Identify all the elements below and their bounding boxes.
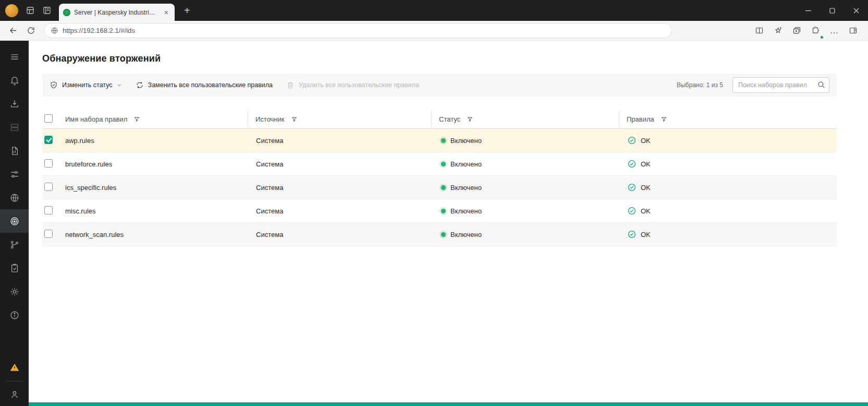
rule-set-source: Система <box>248 207 431 215</box>
sidebar-bottom-corner <box>0 402 29 406</box>
minimize-button[interactable] <box>796 0 820 21</box>
process-branch-icon[interactable] <box>0 233 29 256</box>
extension-status-badge <box>820 35 824 39</box>
row-checkbox[interactable] <box>44 159 53 168</box>
status-text: Включено <box>450 137 482 145</box>
status-enabled-dot <box>441 232 446 237</box>
filter-name-icon[interactable] <box>133 116 140 123</box>
status-text: Включено <box>450 184 482 192</box>
table-row[interactable]: misc.rules Система Включено OK <box>42 199 837 223</box>
app-sidebar <box>0 41 29 405</box>
network-globe-icon[interactable] <box>0 186 29 209</box>
status-enabled-dot <box>441 185 446 190</box>
address-bar[interactable]: https://192.168.2.1/#/ids <box>44 23 672 38</box>
table-row[interactable]: awp.rules Система Включено OK <box>42 129 837 152</box>
status-text: Включено <box>450 207 482 215</box>
extensions-icon[interactable] <box>808 23 823 39</box>
menu-icon[interactable] <box>0 45 29 68</box>
select-all-checkbox[interactable] <box>44 114 53 123</box>
delete-rules-label: Удалить все пользовательские правила <box>299 81 419 89</box>
filter-status-icon[interactable] <box>467 116 473 123</box>
rule-set-source: Система <box>248 184 431 192</box>
maximize-button[interactable] <box>820 0 844 21</box>
favorites-star-icon[interactable] <box>770 23 786 39</box>
replace-refresh-icon <box>136 81 144 89</box>
rule-set-name: ics_specific.rules <box>64 184 248 192</box>
sidebar-toggle-icon[interactable] <box>845 23 861 39</box>
status-shield-icon <box>50 81 58 89</box>
collections-icon[interactable] <box>789 23 804 39</box>
replace-rules-label: Заменить все пользовательские правила <box>148 81 273 89</box>
row-checkbox[interactable] <box>44 183 53 191</box>
replace-rules-button[interactable]: Заменить все пользовательские правила <box>136 81 273 89</box>
refresh-icon[interactable] <box>23 23 39 39</box>
filters-tune-icon[interactable] <box>0 162 29 186</box>
rules-ok-icon <box>627 183 637 192</box>
search-input[interactable] <box>732 77 829 93</box>
rule-set-name: awp.rules <box>64 137 248 145</box>
row-checkbox[interactable] <box>44 206 53 214</box>
back-icon[interactable] <box>5 23 21 39</box>
rules-ok-icon <box>627 206 637 216</box>
search-icon[interactable] <box>817 80 826 89</box>
table-row[interactable]: bruteforce.rules Система Включено OK <box>42 152 837 176</box>
row-checkbox[interactable] <box>44 230 53 238</box>
rule-set-name: network_scan.rules <box>64 231 248 238</box>
change-status-label: Изменить статус <box>62 81 113 89</box>
table-row[interactable]: network_scan.rules Система Включено OK <box>42 223 837 246</box>
change-status-button[interactable]: Изменить статус <box>50 81 122 89</box>
assets-icon[interactable] <box>0 115 29 139</box>
rules-status-text: OK <box>641 231 651 238</box>
settings-gear-icon[interactable] <box>0 280 29 303</box>
header-status: Статус <box>439 115 460 123</box>
close-window-button[interactable] <box>844 0 868 21</box>
rules-ok-icon <box>627 136 637 145</box>
reports-icon[interactable] <box>0 139 29 162</box>
browser-tab[interactable]: Server | Kaspersky Industrial Cybe × <box>59 4 175 21</box>
tab-close-icon[interactable]: × <box>162 8 170 17</box>
new-tab-button[interactable]: + <box>181 5 193 17</box>
delete-rules-button[interactable]: Удалить все пользовательские правила <box>286 81 419 89</box>
trash-icon <box>286 81 295 89</box>
chevron-down-icon <box>117 82 122 88</box>
header-source: Источник <box>255 115 285 123</box>
accent-bottom-bar <box>29 402 868 406</box>
rules-ok-icon <box>627 230 637 239</box>
rule-set-source: Система <box>248 231 431 238</box>
tab-title: Server | Kaspersky Industrial Cybe <box>74 9 158 16</box>
url-text: https://192.168.2.1/#/ids <box>63 27 135 34</box>
rules-ok-icon <box>627 159 637 169</box>
warning-triangle-icon[interactable] <box>0 355 29 379</box>
browser-titlebar: Server | Kaspersky Industrial Cybe × + <box>0 0 868 21</box>
row-checkbox[interactable] <box>44 136 53 144</box>
notifications-bell-icon[interactable] <box>0 68 29 92</box>
table-header: Имя набора правил Источник Статус Правил… <box>42 110 837 129</box>
filter-rules-icon[interactable] <box>661 116 667 123</box>
table-row[interactable]: ics_specific.rules Система Включено OK <box>42 176 837 199</box>
info-icon[interactable] <box>0 303 29 327</box>
status-enabled-dot <box>441 162 446 166</box>
site-globe-icon <box>51 27 58 34</box>
header-name: Имя набора правил <box>65 115 127 123</box>
rules-status-text: OK <box>641 137 651 145</box>
audit-clipboard-icon[interactable] <box>0 256 29 280</box>
main-content: Обнаружение вторжений Изменить статус За… <box>29 41 868 405</box>
status-enabled-dot <box>441 209 446 213</box>
sidebar-divider <box>5 381 23 381</box>
kaspersky-favicon <box>63 9 70 16</box>
rule-set-name: bruteforce.rules <box>64 160 248 168</box>
split-screen-icon[interactable] <box>751 23 767 39</box>
filter-source-icon[interactable] <box>291 116 298 123</box>
status-enabled-dot <box>441 138 446 143</box>
rule-set-source: Система <box>248 160 431 168</box>
status-text: Включено <box>450 160 482 168</box>
tab-list-icon[interactable] <box>42 6 52 15</box>
more-menu-icon[interactable]: … <box>826 23 842 39</box>
action-toolbar: Изменить статус Заменить все пользовател… <box>42 74 837 97</box>
workspaces-icon[interactable] <box>26 6 35 15</box>
profile-avatar[interactable] <box>5 4 18 17</box>
updates-download-icon[interactable] <box>0 92 29 115</box>
rules-status-text: OK <box>641 160 651 168</box>
status-text: Включено <box>450 231 482 238</box>
sidebar-item-intrusion-detection[interactable] <box>0 209 29 233</box>
